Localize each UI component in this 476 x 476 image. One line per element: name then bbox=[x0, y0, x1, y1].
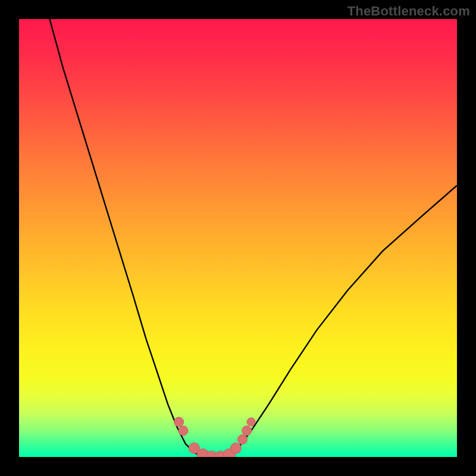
curve-right-branch bbox=[229, 186, 457, 457]
marker-dots bbox=[174, 417, 256, 457]
marker-dot bbox=[247, 418, 255, 426]
marker-dot bbox=[230, 443, 241, 453]
curve-left-branch bbox=[50, 19, 203, 457]
marker-dot bbox=[237, 435, 247, 444]
outer-frame: TheBottleneck.com bbox=[0, 0, 476, 476]
plot-area bbox=[19, 19, 457, 457]
marker-dot bbox=[174, 417, 184, 427]
marker-dot bbox=[178, 426, 188, 436]
chart-svg bbox=[19, 19, 457, 457]
marker-dot bbox=[242, 426, 252, 436]
watermark-text: TheBottleneck.com bbox=[347, 4, 470, 19]
